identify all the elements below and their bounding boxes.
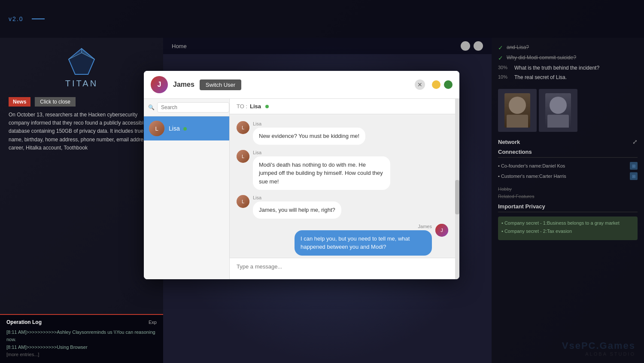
objective-item-1: ✓ and Lisa? <box>498 44 638 51</box>
messenger-header: J James Switch User ✕ <box>144 71 459 99</box>
chat-header: TO : Lisa <box>230 99 455 114</box>
connection-label-2: • Customer's name:Carter Harris <box>498 174 566 179</box>
map-navigation-bar: Home <box>163 38 492 54</box>
msg-bubble-4: I can help you, but you need to tell me,… <box>295 230 432 256</box>
contact-name-lisa: Lisa <box>169 125 187 132</box>
news-badge: News <box>9 97 30 107</box>
scrollbar-thumb <box>455 180 459 214</box>
hobby-label: Hobby <box>498 186 638 192</box>
titan-logo: TITAN <box>9 46 155 88</box>
privacy-list: • Company secret - 1:Business belongs to… <box>498 217 638 240</box>
right-panel: ✓ and Lisa? ✓ Why did Modi commit suicid… <box>492 38 644 363</box>
to-user-online-dot <box>265 105 269 108</box>
objective-text-3: What is the truth behind the incident? <box>514 65 599 71</box>
message-content-2: Lisa Modi's death has nothing to do with… <box>253 150 390 190</box>
objective-check-icon: ✓ <box>498 44 503 51</box>
connections-list: • Co-founder's name:Daniel Kos ⊞ • Custo… <box>498 162 638 180</box>
connection-icon-1[interactable]: ⊞ <box>630 162 638 170</box>
close-news-button[interactable]: Click to close <box>35 97 76 107</box>
connection-item-1: • Co-founder's name:Daniel Kos ⊞ <box>498 162 638 170</box>
expand-log-button[interactable]: Exp <box>149 320 157 325</box>
important-privacy-title: Important Privacy <box>498 203 638 212</box>
suspect-pic-1 <box>498 89 537 132</box>
msg-avatar-lisa-1: L <box>237 121 249 134</box>
app-version-text: v2.0 <box>9 15 23 22</box>
connection-label-1: • Co-founder's name:Daniel Kos <box>498 163 565 168</box>
nav-home-button[interactable]: Home <box>172 43 187 49</box>
to-label: TO : <box>237 103 247 110</box>
message-content-3: Lisa James, you will help me, right? <box>253 195 341 219</box>
msg-sender-2: Lisa <box>253 150 390 155</box>
chat-messages: L Lisa New evidence? You must be kidding… <box>230 114 455 258</box>
network-title: Network <box>498 139 520 145</box>
contact-avatar-lisa: L <box>149 121 164 136</box>
current-user-avatar: J <box>151 76 168 93</box>
nav-minimize-button[interactable] <box>461 41 470 51</box>
log-entry-1: [8:11 AM]>>>>>>>>>>>Ashley Claysonremind… <box>6 329 157 344</box>
news-content: On October 13, researchers at the Hacken… <box>9 111 155 152</box>
objective-item-4: 10% The real secret of Lisa. <box>498 74 638 80</box>
operation-log-header: Operation Log Exp <box>6 319 157 325</box>
msg-sender-4: James <box>295 224 432 229</box>
objective-percent-3: 30% <box>498 65 511 70</box>
objectives-list: ✓ and Lisa? ✓ Why did Modi commit suicid… <box>498 44 638 80</box>
important-privacy-section: Important Privacy • Company secret - 1:B… <box>498 203 638 240</box>
dialog-close-button[interactable]: ✕ <box>415 79 425 90</box>
titan-diamond-icon <box>67 46 97 76</box>
nav-close-button[interactable] <box>474 41 483 51</box>
top-bar: v2.0 <box>0 0 644 38</box>
chat-area: TO : Lisa L Lisa New evidence? You must … <box>230 99 455 279</box>
network-expand-icon[interactable]: ⤢ <box>632 138 638 145</box>
related-label: Related Features <box>498 194 638 199</box>
titan-label: TITAN <box>65 79 98 88</box>
chat-scrollbar[interactable] <box>455 99 459 279</box>
objective-check-icon-2: ✓ <box>498 55 503 61</box>
objective-percent-4: 10% <box>498 74 511 79</box>
suspect-pictures-area <box>498 89 638 132</box>
switch-user-button[interactable]: Switch User <box>200 79 241 90</box>
map-scroll-controls <box>461 41 483 51</box>
log-entry-2: [8:11 AM]>>>>>>>>>>>Using Browser <box>6 344 157 351</box>
msg-sender-1: Lisa <box>253 121 365 126</box>
message-content-1: Lisa New evidence? You must be kidding m… <box>253 121 365 145</box>
minimize-button[interactable] <box>432 80 440 89</box>
current-username: James <box>173 81 194 88</box>
log-entry-3: [more entries...] <box>6 351 157 359</box>
top-bar-divider <box>32 18 45 19</box>
msg-bubble-2: Modi's death has nothing to do with me. … <box>253 156 390 190</box>
objective-text-4: The real secret of Lisa. <box>514 74 567 80</box>
left-panel: TITAN News Click to close On October 13,… <box>0 38 163 363</box>
connection-icon-2[interactable]: ⊞ <box>630 172 638 180</box>
search-input[interactable] <box>157 102 229 113</box>
maximize-button[interactable] <box>444 80 453 89</box>
objective-item-2: ✓ Why did Modi commit suicide? <box>498 55 638 61</box>
search-bar: 🔍 + <box>144 99 229 116</box>
msg-sender-3: Lisa <box>253 195 341 200</box>
msg-avatar-lisa-3: L <box>237 195 249 208</box>
to-user-name: Lisa <box>250 103 261 110</box>
message-row-1: L Lisa New evidence? You must be kidding… <box>237 121 448 145</box>
chat-input[interactable] <box>237 263 448 270</box>
privacy-item-1: • Company secret - 1:Business belongs to… <box>501 220 634 226</box>
message-row-4: J James I can help you, but you need to … <box>237 224 448 256</box>
contact-item-lisa[interactable]: L Lisa <box>144 116 229 140</box>
operation-log-title: Operation Log <box>6 319 42 325</box>
messenger-dialog: J James Switch User ✕ 🔍 + L Lisa <box>144 71 459 279</box>
connections-title: Connections <box>498 149 638 158</box>
dialog-window-controls <box>432 80 453 89</box>
right-panel-content: ✓ and Lisa? ✓ Why did Modi commit suicid… <box>498 44 638 240</box>
chat-input-area <box>230 258 455 279</box>
message-row-3: L Lisa James, you will help me, right? <box>237 195 448 219</box>
objective-item-3: 30% What is the truth behind the inciden… <box>498 65 638 71</box>
messenger-body: 🔍 + L Lisa TO : Lisa <box>144 99 459 279</box>
msg-avatar-lisa-2: L <box>237 150 249 163</box>
msg-avatar-james: J <box>435 224 448 237</box>
suspect-pic-2 <box>539 89 577 132</box>
operation-log-panel: Operation Log Exp [8:11 AM]>>>>>>>>>>>As… <box>0 314 163 363</box>
connection-item-2: • Customer's name:Carter Harris ⊞ <box>498 172 638 180</box>
news-bar: News Click to close <box>9 97 155 107</box>
msg-bubble-3: James, you will help me, right? <box>253 201 341 219</box>
privacy-item-2: • Company secret - 2:Tax evasion <box>501 228 634 235</box>
objective-text-1: and Lisa? <box>507 44 529 50</box>
message-row-2: L Lisa Modi's death has nothing to do wi… <box>237 150 448 190</box>
